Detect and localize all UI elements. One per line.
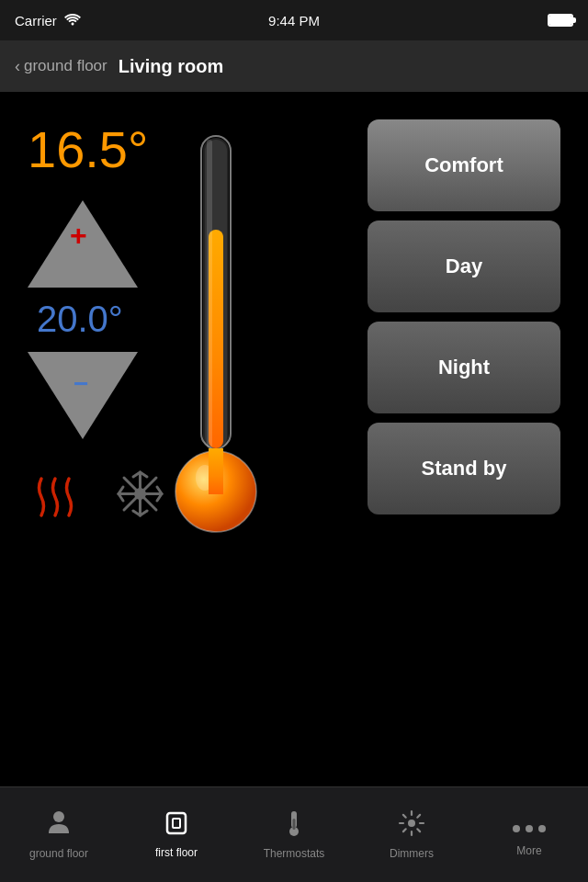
- svg-rect-23: [167, 813, 186, 833]
- snowflake-icon: [115, 469, 165, 527]
- first-floor-label: first floor: [155, 846, 198, 859]
- svg-line-33: [403, 815, 406, 818]
- day-mode-button[interactable]: Day: [368, 220, 560, 312]
- tab-ground-floor[interactable]: ground floor: [0, 802, 118, 867]
- night-mode-button[interactable]: Night: [368, 322, 560, 413]
- wifi-icon: [64, 13, 81, 28]
- dimmers-label: Dimmers: [390, 847, 434, 860]
- svg-point-28: [408, 820, 415, 827]
- tab-more[interactable]: More: [470, 805, 588, 865]
- svg-rect-27: [293, 819, 296, 830]
- nav-bar: ‹ ground floor Living room: [0, 40, 588, 92]
- back-button[interactable]: ‹ ground floor: [15, 57, 107, 76]
- main-content: 16.5° 20.0°: [0, 92, 588, 786]
- current-temperature: 16.5°: [28, 119, 148, 179]
- first-floor-icon: [164, 810, 188, 842]
- tab-first-floor[interactable]: first floor: [118, 803, 235, 866]
- heat-icon: [32, 469, 78, 527]
- svg-point-22: [53, 811, 64, 822]
- more-label: More: [516, 844, 541, 857]
- svg-line-35: [417, 815, 420, 818]
- ground-floor-icon: [47, 809, 71, 843]
- thermometer-svg: [170, 129, 262, 551]
- thermometer-graphic: [170, 129, 262, 555]
- dimmers-icon: [398, 809, 425, 843]
- up-arrow-icon: [28, 200, 138, 288]
- set-temperature: 20.0°: [37, 299, 123, 340]
- comfort-mode-button[interactable]: Comfort: [368, 119, 560, 211]
- tab-thermostats[interactable]: Thermostats: [235, 802, 353, 867]
- carrier-label: Carrier: [15, 13, 57, 28]
- increase-temp-button[interactable]: [28, 198, 138, 289]
- svg-rect-17: [207, 140, 212, 448]
- thermostats-icon: [287, 809, 301, 843]
- more-icon: [513, 812, 546, 841]
- status-icons: [32, 469, 165, 527]
- svg-point-38: [526, 825, 533, 832]
- svg-point-39: [538, 825, 546, 832]
- svg-rect-21: [209, 448, 223, 494]
- tab-bar: ground floor first floor Thermostats: [0, 786, 588, 882]
- battery-icon: [548, 14, 573, 27]
- standby-mode-button[interactable]: Stand by: [368, 423, 560, 514]
- svg-rect-24: [173, 819, 180, 828]
- status-time: 9:44 PM: [268, 13, 320, 28]
- status-bar: Carrier 9:44 PM: [0, 0, 588, 40]
- svg-point-37: [513, 825, 520, 832]
- svg-line-36: [403, 829, 406, 831]
- svg-line-34: [417, 829, 420, 831]
- down-arrow-icon: [28, 352, 138, 439]
- decrease-temp-button[interactable]: [28, 349, 138, 441]
- tab-dimmers[interactable]: Dimmers: [353, 802, 470, 867]
- ground-floor-label: ground floor: [29, 847, 88, 860]
- page-title: Living room: [119, 56, 223, 77]
- right-panel: Comfort Day Night Stand by: [368, 110, 570, 768]
- thermostats-label: Thermostats: [264, 847, 325, 860]
- back-label: ground floor: [24, 57, 107, 75]
- back-chevron-icon: ‹: [15, 57, 20, 76]
